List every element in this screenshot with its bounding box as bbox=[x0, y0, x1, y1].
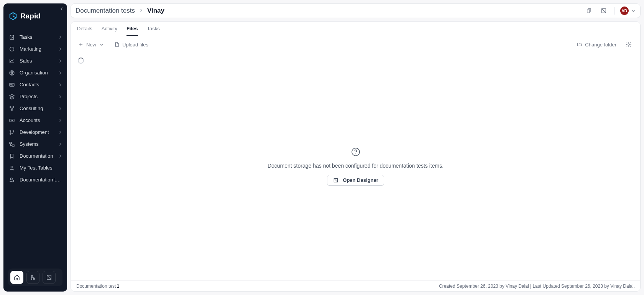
brand: Rapid bbox=[3, 10, 67, 31]
tab-activity[interactable]: Activity bbox=[102, 22, 117, 36]
sidebar-item-label: Documentation tests bbox=[20, 177, 62, 183]
tool-icon bbox=[333, 177, 339, 183]
network-icon bbox=[9, 105, 15, 112]
chevron-left-icon bbox=[59, 7, 64, 11]
circle-icon bbox=[9, 46, 15, 52]
svg-point-3 bbox=[11, 84, 12, 85]
sidebar-item-accounts[interactable]: Accounts bbox=[3, 114, 67, 126]
clipboard-check-icon bbox=[9, 34, 15, 40]
svg-point-15 bbox=[10, 178, 12, 180]
sidebar-item-development[interactable]: Development bbox=[3, 126, 67, 138]
svg-rect-13 bbox=[12, 145, 14, 146]
sidebar-item-label: Development bbox=[20, 129, 53, 135]
change-folder-button[interactable]: Change folder bbox=[574, 39, 619, 50]
sidebar-nav: TasksMarketingSalesOrganisationContactsP… bbox=[3, 31, 67, 265]
sidebar-item-label: My Test Tables bbox=[20, 165, 62, 171]
sidebar-item-consulting[interactable]: Consulting bbox=[3, 102, 67, 114]
sidebar-item-organisation[interactable]: Organisation bbox=[3, 67, 67, 79]
chevron-right-icon bbox=[58, 130, 62, 135]
sidebar-item-documentation[interactable]: Documentation bbox=[3, 150, 67, 162]
upload-files-label: Upload files bbox=[122, 42, 148, 48]
chevron-right-icon bbox=[58, 118, 62, 123]
file-icon bbox=[114, 41, 120, 48]
content-panel: DetailsActivityFilesTasks New Upload fil… bbox=[71, 21, 641, 292]
sitemap-icon bbox=[30, 274, 36, 280]
upload-files-button[interactable]: Upload files bbox=[112, 39, 151, 50]
svg-point-19 bbox=[355, 153, 356, 154]
tool-icon bbox=[601, 8, 607, 14]
sidebar-item-marketing[interactable]: Marketing bbox=[3, 43, 67, 55]
sidebar-item-my-test-tables[interactable]: My Test Tables bbox=[3, 162, 67, 174]
chevron-right-icon bbox=[58, 71, 62, 75]
tabs: DetailsActivityFilesTasks bbox=[71, 22, 640, 36]
tab-details[interactable]: Details bbox=[77, 22, 92, 36]
tab-tasks[interactable]: Tasks bbox=[147, 22, 160, 36]
chevron-right-icon bbox=[58, 142, 62, 147]
cash-icon bbox=[9, 117, 15, 124]
svg-rect-12 bbox=[10, 142, 12, 143]
svg-point-6 bbox=[12, 109, 13, 110]
svg-point-5 bbox=[13, 106, 14, 107]
id-card-icon bbox=[9, 82, 15, 88]
home-icon bbox=[14, 274, 20, 280]
sidebar-item-label: Contacts bbox=[20, 82, 53, 87]
open-designer-button[interactable]: Open Designer bbox=[327, 175, 384, 186]
sidebar-item-tasks[interactable]: Tasks bbox=[3, 31, 67, 43]
chart-line-icon bbox=[9, 58, 15, 64]
breadcrumb-current: Vinay bbox=[147, 7, 164, 15]
footer-home-button[interactable] bbox=[10, 271, 23, 284]
footer-tool-button[interactable] bbox=[43, 271, 56, 284]
sidebar: Rapid TasksMarketingSalesOrganisationCon… bbox=[3, 3, 67, 292]
chevron-right-icon bbox=[58, 82, 62, 87]
footer-left-label: Documentation test bbox=[76, 283, 116, 289]
brand-logo-icon bbox=[9, 12, 17, 20]
brand-name: Rapid bbox=[20, 12, 41, 20]
sidebar-item-projects[interactable]: Projects bbox=[3, 91, 67, 102]
sidebar-item-label: Accounts bbox=[20, 117, 53, 123]
new-button-label: New bbox=[86, 42, 96, 48]
svg-point-11 bbox=[13, 130, 14, 131]
svg-point-4 bbox=[10, 106, 11, 107]
svg-point-16 bbox=[13, 180, 14, 181]
layers-icon bbox=[9, 94, 15, 100]
avatar: VD bbox=[620, 7, 629, 15]
svg-point-0 bbox=[10, 47, 14, 51]
header-tool-button[interactable] bbox=[598, 5, 609, 16]
user-icon bbox=[9, 165, 15, 171]
breadcrumb: Documentation tests Vinay bbox=[76, 7, 164, 15]
chevron-right-icon bbox=[58, 154, 62, 158]
chevron-right-icon bbox=[58, 35, 62, 40]
sidebar-item-documentation-tests[interactable]: Documentation tests bbox=[3, 174, 67, 186]
settings-button[interactable] bbox=[623, 39, 634, 50]
chevron-down-icon bbox=[631, 8, 636, 13]
sidebar-item-label: Organisation bbox=[20, 70, 53, 76]
footer-bar: Documentation test 1 Created September 2… bbox=[71, 280, 640, 291]
files-toolbar: New Upload files Change folder bbox=[71, 36, 640, 52]
bookmark-icon bbox=[9, 153, 15, 159]
page-header: Documentation tests Vinay VD bbox=[71, 3, 641, 18]
open-designer-label: Open Designer bbox=[343, 177, 378, 183]
copy-icon bbox=[586, 8, 592, 14]
footer-sitemap-button[interactable] bbox=[26, 271, 39, 284]
header-copy-button[interactable] bbox=[584, 5, 595, 16]
svg-rect-7 bbox=[10, 119, 14, 122]
diagram-icon bbox=[9, 141, 15, 147]
plus-icon bbox=[78, 41, 84, 48]
new-button[interactable]: New bbox=[76, 39, 107, 50]
svg-point-14 bbox=[11, 166, 13, 168]
sidebar-item-label: Marketing bbox=[20, 46, 53, 52]
empty-state: Document storage has not been configured… bbox=[71, 52, 640, 280]
sidebar-item-contacts[interactable]: Contacts bbox=[3, 79, 67, 91]
sidebar-collapse-button[interactable] bbox=[58, 5, 66, 13]
svg-point-8 bbox=[11, 120, 12, 121]
breadcrumb-parent[interactable]: Documentation tests bbox=[76, 7, 135, 15]
sidebar-item-label: Documentation bbox=[20, 153, 53, 159]
tab-files[interactable]: Files bbox=[127, 22, 138, 36]
gear-icon bbox=[626, 41, 632, 48]
chevron-right-icon bbox=[58, 59, 62, 63]
svg-point-10 bbox=[10, 133, 11, 134]
sidebar-item-sales[interactable]: Sales bbox=[3, 55, 67, 67]
user-menu[interactable]: VD bbox=[620, 7, 636, 15]
sidebar-item-systems[interactable]: Systems bbox=[3, 138, 67, 150]
sidebar-item-label: Sales bbox=[20, 58, 53, 64]
